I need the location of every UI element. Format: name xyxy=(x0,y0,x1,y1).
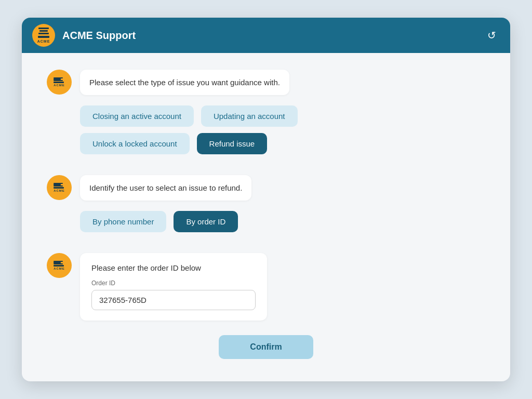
avatar-3: ACME xyxy=(47,253,72,278)
app-title: ACME Support xyxy=(62,30,136,42)
issue-buttons-row-2: Unlock a locked account Refund issue xyxy=(80,133,485,154)
logo-base xyxy=(38,36,49,38)
order-form-intro: Please enter the order ID below xyxy=(91,263,256,272)
app-window: ACME ACME Support ↺ ACME Please select t… xyxy=(22,18,510,381)
logo-text: ACME xyxy=(37,39,50,43)
btn-refund-issue[interactable]: Refund issue xyxy=(197,133,268,154)
refresh-button[interactable]: ↺ xyxy=(483,27,500,44)
issue-buttons-section: Closing an active account Updating an ac… xyxy=(80,105,485,161)
header-left: ACME ACME Support xyxy=(32,24,136,47)
lookup-buttons-row: By phone number By order ID xyxy=(80,211,485,232)
issue-buttons-row-1: Closing an active account Updating an ac… xyxy=(80,105,485,127)
confirm-button[interactable]: Confirm xyxy=(219,335,313,359)
logo-avatar: ACME xyxy=(32,24,55,47)
order-id-input[interactable] xyxy=(91,290,256,310)
message-text-1: Please select the type of issue you want… xyxy=(89,78,280,87)
btn-closing-account[interactable]: Closing an active account xyxy=(80,105,194,127)
message-bubble-2: Identify the user to select an issue to … xyxy=(80,175,251,201)
message-bubble-1: Please select the type of issue you want… xyxy=(80,70,289,95)
confirm-row: Confirm xyxy=(47,335,485,359)
content-area: ACME Please select the type of issue you… xyxy=(22,53,510,376)
order-id-label: Order ID xyxy=(91,280,256,287)
logo-bar-mid xyxy=(39,30,48,32)
message-row-1: ACME Please select the type of issue you… xyxy=(47,70,485,95)
header: ACME ACME Support ↺ xyxy=(22,18,510,53)
message-row-2: ACME Identify the user to select an issu… xyxy=(47,175,485,201)
btn-unlock-account[interactable]: Unlock a locked account xyxy=(80,133,190,154)
message-text-2: Identify the user to select an issue to … xyxy=(89,183,242,192)
logo-icon: ACME xyxy=(37,28,50,43)
order-form-section: ACME Please enter the order ID below Ord… xyxy=(47,253,485,321)
btn-by-phone[interactable]: By phone number xyxy=(80,211,166,232)
avatar-2: ACME xyxy=(47,175,72,200)
btn-updating-account[interactable]: Updating an account xyxy=(201,105,298,127)
logo-bar-top xyxy=(38,28,49,29)
lookup-buttons-section: By phone number By order ID xyxy=(80,211,485,238)
order-form-bubble: Please enter the order ID below Order ID xyxy=(80,253,267,321)
logo-bar-bot xyxy=(38,33,49,34)
avatar-1: ACME xyxy=(47,70,72,95)
btn-by-order-id[interactable]: By order ID xyxy=(174,211,238,232)
